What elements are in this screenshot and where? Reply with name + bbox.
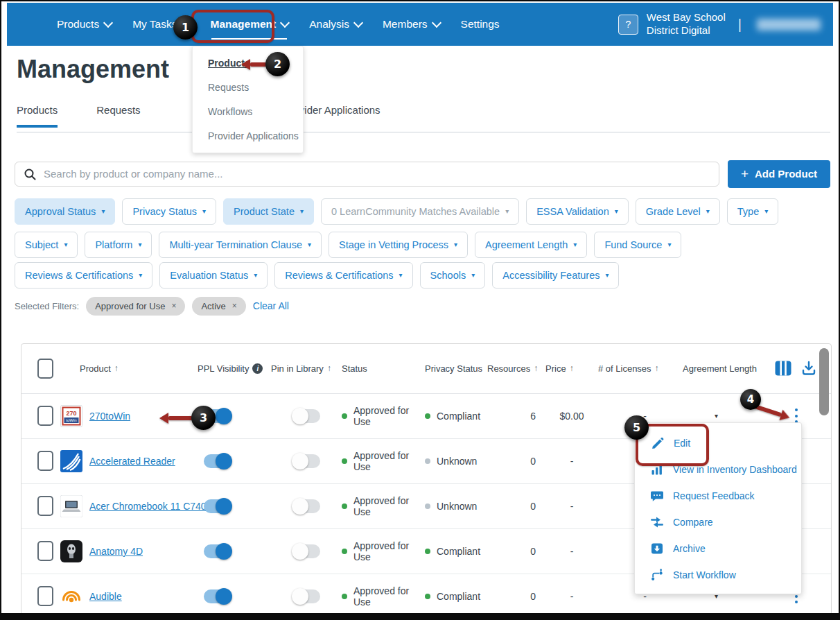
pin-in-library-toggle[interactable] xyxy=(292,498,321,515)
filter-platform[interactable]: Platform▾ xyxy=(85,232,152,258)
product-link[interactable]: 270toWin xyxy=(89,411,130,422)
caret-down-icon: ▾ xyxy=(300,208,304,215)
filter-evaluation-status[interactable]: Evaluation Status▾ xyxy=(159,262,268,289)
caret-down-icon: ▾ xyxy=(667,241,671,248)
caret-down-icon: ▾ xyxy=(101,208,105,215)
info-icon[interactable]: i xyxy=(252,363,263,374)
caret-down-icon: ▾ xyxy=(139,272,142,279)
filter-type[interactable]: Type▾ xyxy=(727,198,778,225)
filter-fund-source[interactable]: Fund Source▾ xyxy=(594,232,681,258)
pin-in-library-toggle[interactable] xyxy=(292,588,321,605)
caret-down-icon: ▾ xyxy=(308,241,311,248)
product-link[interactable]: Accelerated Reader xyxy=(89,456,175,467)
search-input[interactable] xyxy=(42,167,710,180)
ppl-visibility-toggle[interactable] xyxy=(203,498,232,515)
dropdown-item-requests[interactable]: Requests xyxy=(208,82,303,93)
search-row: + Add Product xyxy=(15,160,830,188)
product-logo-acer-chromebook xyxy=(60,495,82,517)
privacy-cell: Compliant xyxy=(425,591,487,602)
nav-analysis[interactable]: Analysis xyxy=(309,18,362,31)
dropdown-item-provider-applications[interactable]: Provider Applications xyxy=(208,130,303,141)
product-link[interactable]: Audible xyxy=(89,591,122,602)
caret-down-icon: ▾ xyxy=(764,208,768,215)
filter-privacy-status[interactable]: Privacy Status▾ xyxy=(122,198,216,225)
privacy-cell: Unknown xyxy=(425,501,487,512)
page-title: Management xyxy=(17,55,830,83)
agreement-length-select[interactable]: ▾ xyxy=(715,412,718,420)
selected-filters-row: Selected Filters: Approved for Use × Act… xyxy=(15,297,830,316)
price-cell: - xyxy=(545,591,598,602)
download-icon[interactable] xyxy=(800,360,817,377)
col-product[interactable]: Product↑ xyxy=(60,363,198,374)
help-icon[interactable]: ? xyxy=(618,15,638,35)
pin-in-library-toggle[interactable] xyxy=(292,453,321,470)
product-link[interactable]: Anatomy 4D xyxy=(89,546,143,557)
select-all-checkbox[interactable] xyxy=(37,359,53,379)
product-logo-270towin: 270toWin xyxy=(60,405,82,427)
caret-down-icon: ▾ xyxy=(138,241,141,248)
nav-members[interactable]: Members xyxy=(383,18,440,31)
row-checkbox[interactable] xyxy=(37,586,53,606)
tab-products[interactable]: Products xyxy=(17,104,58,127)
filter-grade-level[interactable]: Grade Level▾ xyxy=(636,198,720,225)
filter-multiyear-termination[interactable]: Multi-year Termination Clause▾ xyxy=(159,232,322,258)
filter-reviews-certifications-2[interactable]: Reviews & Certifications▾ xyxy=(274,262,412,289)
filter-accessibility-features[interactable]: Accessibility Features▾ xyxy=(492,262,619,289)
ppl-visibility-toggle[interactable] xyxy=(203,588,232,605)
filter-reviews-certifications[interactable]: Reviews & Certifications▾ xyxy=(15,262,152,289)
price-cell: - xyxy=(545,456,598,467)
filter-schools[interactable]: Schools▾ xyxy=(420,262,486,289)
col-resources[interactable]: Resources↑ xyxy=(487,363,545,374)
remove-filter-icon[interactable]: × xyxy=(171,301,176,311)
filter-row-2: Subject▾ Platform▾ Multi-year Terminatio… xyxy=(15,232,830,258)
menu-item-request-feedback[interactable]: Request Feedback xyxy=(635,483,801,509)
col-privacy-status: Privacy Status xyxy=(425,363,487,374)
top-navbar: Products My Tasks Management Analysis Me… xyxy=(7,3,833,46)
caret-down-icon: ▾ xyxy=(573,241,577,248)
filter-agreement-length[interactable]: Agreement Length▾ xyxy=(475,232,587,258)
caret-down-icon: ▾ xyxy=(202,208,206,215)
col-price[interactable]: Price↑ xyxy=(545,363,598,374)
col-status: Status xyxy=(342,363,425,374)
ppl-visibility-toggle[interactable] xyxy=(203,453,232,470)
status-cell: Approved for Use xyxy=(342,495,425,517)
ppl-visibility-toggle[interactable] xyxy=(203,543,232,560)
svg-text:toWin: toWin xyxy=(66,418,76,422)
status-dot xyxy=(342,594,347,599)
product-link[interactable]: Acer Chromebook 11 C740 xyxy=(89,501,207,512)
menu-item-start-workflow[interactable]: Start Workflow xyxy=(635,562,801,588)
manage-columns-icon[interactable] xyxy=(774,360,792,377)
row-checkbox[interactable] xyxy=(37,496,53,516)
filter-subject[interactable]: Subject▾ xyxy=(15,232,78,258)
nav-label: Analysis xyxy=(309,18,349,31)
dropdown-item-workflows[interactable]: Workflows xyxy=(208,106,303,117)
table-scrollbar-thumb[interactable] xyxy=(819,348,829,415)
privacy-dot xyxy=(425,503,430,509)
status-dot xyxy=(342,458,347,464)
nav-settings[interactable]: Settings xyxy=(461,18,500,31)
remove-filter-icon[interactable]: × xyxy=(232,301,237,311)
filter-essa-validation[interactable]: ESSA Validation▾ xyxy=(526,198,629,225)
pin-in-library-toggle[interactable] xyxy=(292,408,321,424)
row-checkbox[interactable] xyxy=(37,541,53,561)
pin-in-library-toggle[interactable] xyxy=(292,543,321,560)
status-dot xyxy=(342,549,347,554)
clear-all-link[interactable]: Clear All xyxy=(253,300,289,311)
status-cell: Approved for Use xyxy=(342,585,425,608)
add-product-button[interactable]: + Add Product xyxy=(728,160,830,188)
nav-products[interactable]: Products xyxy=(57,18,112,31)
status-dot xyxy=(342,503,347,509)
menu-item-archive[interactable]: Archive xyxy=(635,535,801,562)
col-licenses[interactable]: # of Licenses↑ xyxy=(598,363,672,374)
row-checkbox[interactable] xyxy=(37,406,53,426)
tab-requests[interactable]: Requests xyxy=(96,104,140,127)
filter-approval-status[interactable]: Approval Status▾ xyxy=(15,198,115,225)
row-checkbox[interactable] xyxy=(37,451,53,471)
filter-product-state[interactable]: Product State▾ xyxy=(223,198,314,225)
filter-stage-vetting[interactable]: Stage in Vetting Process▾ xyxy=(329,232,468,258)
menu-item-compare[interactable]: Compare xyxy=(635,509,801,535)
resources-cell: 0 xyxy=(487,546,545,557)
sort-asc-icon: ↑ xyxy=(655,363,659,373)
search-box[interactable] xyxy=(15,162,719,187)
col-pin-in-library[interactable]: Pin in Library↑ xyxy=(271,363,342,374)
